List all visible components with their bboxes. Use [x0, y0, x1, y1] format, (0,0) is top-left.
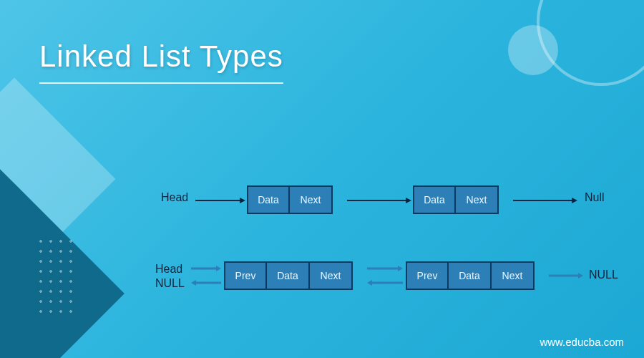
node-next-cell: Next: [310, 261, 353, 290]
svg-marker-11: [398, 266, 403, 271]
svg-marker-13: [367, 280, 372, 286]
singly-node-2: Data Next: [413, 185, 499, 214]
node-data-cell: Data: [267, 261, 310, 290]
singly-node-1: Data Next: [247, 185, 333, 214]
arrow-right-icon: [347, 197, 411, 204]
arrow-left-icon: [191, 280, 221, 286]
arrow-right-icon: [195, 197, 245, 204]
arrow-right-icon: [549, 273, 583, 279]
page-title: Linked List Types: [39, 39, 283, 84]
doubly-null-right-label: NULL: [589, 268, 618, 281]
doubly-null-left-label: NULL: [155, 277, 185, 290]
node-next-cell: Next: [456, 185, 499, 214]
arrow-right-icon: [513, 197, 577, 204]
doubly-node-1: Prev Data Next: [224, 261, 353, 290]
node-next-cell: Next: [492, 261, 535, 290]
doubly-node-2: Prev Data Next: [406, 261, 535, 290]
node-data-cell: Data: [413, 185, 456, 214]
linked-list-diagram: Head Data Next Data Next Null Head NULL: [140, 183, 626, 337]
node-next-cell: Next: [290, 185, 333, 214]
node-data-cell: Data: [449, 261, 492, 290]
svg-marker-1: [240, 198, 245, 203]
decor-circle-fill: [508, 25, 558, 75]
svg-marker-5: [572, 198, 577, 203]
doubly-list-row: Head NULL Prev Data Next Prev Data Next …: [140, 260, 626, 303]
arrow-left-icon: [367, 280, 403, 286]
svg-marker-3: [406, 198, 411, 203]
node-data-cell: Data: [247, 185, 290, 214]
singly-null-label: Null: [585, 191, 605, 204]
node-prev-cell: Prev: [224, 261, 267, 290]
singly-head-label: Head: [161, 191, 188, 204]
svg-marker-9: [191, 280, 196, 286]
footer-url: www.educba.com: [540, 336, 624, 348]
doubly-head-label: Head: [155, 263, 182, 276]
svg-marker-7: [216, 266, 221, 271]
arrow-right-icon: [191, 266, 221, 271]
node-prev-cell: Prev: [406, 261, 449, 290]
arrow-right-icon: [367, 266, 403, 271]
singly-list-row: Head Data Next Data Next Null: [140, 183, 626, 226]
decor-dots: [36, 236, 79, 315]
svg-marker-15: [578, 273, 583, 279]
